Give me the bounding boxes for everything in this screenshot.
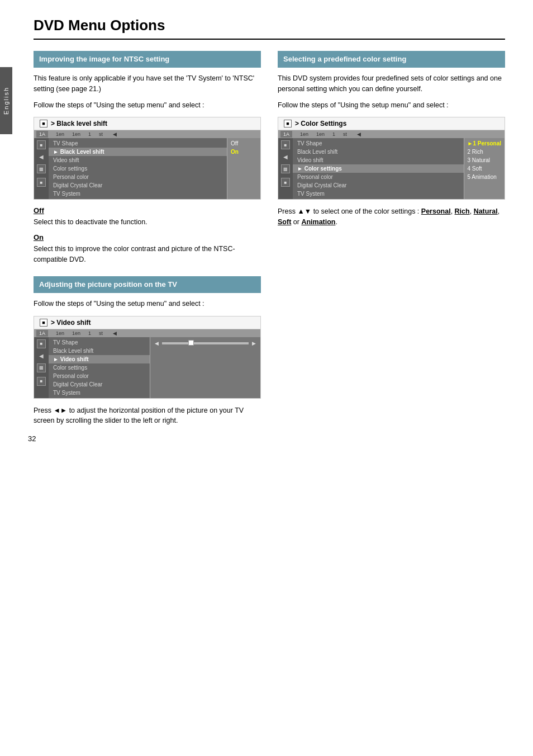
menu-content3: ■ ◀ ▩ ■ TV Shape Black Level shift Video… <box>278 138 505 199</box>
menu-item3-colorsettings: ► Color settings <box>293 164 464 173</box>
black-level-menu-mockup: ■ > Black level shift 1A 1en 1en 1 st ◀ … <box>34 117 261 200</box>
icon-lock3: ■ <box>281 178 290 187</box>
page-title: DVD Menu Options <box>34 17 505 40</box>
menu-title-text3: > Color Settings <box>295 120 346 127</box>
color-body2: Follow the steps of "Using the setup men… <box>278 100 505 111</box>
menu-left-icons3: ■ ◀ ▩ ■ <box>278 138 293 199</box>
page-number: 32 <box>28 434 36 443</box>
videoshift-body: Follow the steps of "Using the setup men… <box>34 299 261 309</box>
menu-item2-videoshift: ► Video shift <box>49 355 150 363</box>
submenu-off: Off <box>227 139 260 148</box>
menu-item-videoshift: Video shift <box>49 156 227 164</box>
press-text-prefix: Press ▲▼ to select one of the color sett… <box>278 207 421 215</box>
menu-list: TV Shape ► Black Level shift Video shift… <box>49 138 227 199</box>
nav-item2: 1en <box>72 131 80 137</box>
menu-item3-tvsystem: TV System <box>293 190 464 198</box>
setting-soft: Soft <box>278 218 291 226</box>
menu-item2-dcc: Digital Crystal Clear <box>49 380 150 389</box>
period: . <box>335 218 337 226</box>
menu-item-colorsettings: Color settings <box>49 164 227 173</box>
nav-tab3: 1A <box>280 131 292 138</box>
menu-item2-personalcolor: Personal color <box>49 372 150 380</box>
nav-item3-4: st <box>343 131 347 137</box>
icon-arrow-left: ◀ <box>39 154 44 160</box>
icon-arrow-left3: ◀ <box>283 154 288 160</box>
slider-left-arrow: ◀ <box>155 341 159 346</box>
icon-person: ■ <box>37 140 46 149</box>
menu-item2-tvshape: TV Shape <box>49 338 150 347</box>
nav-arrow2: ◀ <box>113 330 117 336</box>
nav-item2-3: 1 <box>88 330 91 336</box>
menu-item-tvshape: TV Shape <box>49 139 227 148</box>
ntsc-body1: This feature is only applicable if you h… <box>34 73 261 94</box>
nav-arrow3: ◀ <box>357 131 361 137</box>
menu-nav-bar3: 1A 1en 1en 1 st ◀ <box>278 130 505 138</box>
setting-personal: Personal <box>421 207 451 215</box>
icon-lock: ■ <box>37 178 46 187</box>
color-body1: This DVD system provides four predefined… <box>278 73 505 94</box>
icon-arrow-left2: ◀ <box>39 353 44 359</box>
menu-item3-personalcolor: Personal color <box>293 173 464 181</box>
menu-item2-tvsystem: TV System <box>49 389 150 397</box>
section-color-header: Selecting a predefined color setting <box>278 51 505 68</box>
menu-item3-blacklevel: Black Level shift <box>293 148 464 156</box>
color-settings-menu-mockup: ■ > Color Settings 1A 1en 1en 1 st ◀ ■ ◀… <box>278 117 505 200</box>
submenu-personal: ►1 Personal <box>464 139 505 148</box>
menu-item3-tvshape: TV Shape <box>293 139 464 148</box>
left-column: Improving the image for NTSC setting Thi… <box>34 51 261 432</box>
setting-animation: Animation <box>301 218 335 226</box>
menu-submenu3: ►1 Personal 2 Rich 3 Natural 4 Soft 5 An… <box>464 138 505 199</box>
menu-icon: ■ <box>40 120 47 127</box>
on-desc: Select this to improve the color contras… <box>34 244 261 265</box>
right-column: Selecting a predefined color setting Thi… <box>278 51 505 432</box>
sep1: , <box>451 207 455 215</box>
setting-natural: Natural <box>474 207 498 215</box>
menu-content: ■ ◀ ▩ ■ TV Shape ► Black Level shift Vid… <box>34 138 260 199</box>
menu-list3: TV Shape Black Level shift Video shift ►… <box>293 138 464 199</box>
nav-item4: st <box>99 131 103 137</box>
submenu-natural: 3 Natural <box>464 156 505 164</box>
menu-submenu: Off On <box>227 138 260 199</box>
video-shift-slider-container: ◀ ▶ <box>150 337 260 398</box>
menu-item3-videoshift: Video shift <box>293 156 464 164</box>
nav-item3: 1 <box>88 131 91 137</box>
bottom-section: Adjusting the picture position on the TV… <box>34 276 261 426</box>
nav-item3-1: 1en <box>300 131 308 137</box>
slider-thumb <box>188 340 194 346</box>
menu-title-text2: > Video shift <box>51 319 91 327</box>
icon-lock2: ■ <box>37 377 46 386</box>
slider-row: ◀ ▶ <box>155 341 256 346</box>
nav-item3-2: 1en <box>316 131 325 137</box>
sep2: , <box>470 207 474 215</box>
menu-nav-bar2: 1A 1en 1en 1 st ◀ <box>34 329 260 337</box>
nav-item2-2: 1en <box>72 330 80 336</box>
menu-icon3: ■ <box>284 120 292 127</box>
section-ntsc-header: Improving the image for NTSC setting <box>34 51 261 68</box>
videoshift-press-text: Press ◄► to adjust the horizontal positi… <box>34 405 261 427</box>
nav-item2-4: st <box>99 330 103 336</box>
menu-item-blacklevel: ► Black Level shift <box>49 148 227 156</box>
setting-rich: Rich <box>455 207 470 215</box>
nav-item2-1: 1en <box>56 330 64 336</box>
nav-tab: 1A <box>36 131 48 138</box>
video-shift-menu-mockup: ■ > Video shift 1A 1en 1en 1 st ◀ ■ <box>34 316 261 399</box>
menu-item3-dcc: Digital Crystal Clear <box>293 181 464 190</box>
nav-item3-3: 1 <box>332 131 335 137</box>
menu-content2: ■ ◀ ▩ ■ TV Shape Black Level shift ► Vid… <box>34 337 260 398</box>
menu-title-text: > Black level shift <box>51 120 107 127</box>
submenu-on: On <box>227 148 260 156</box>
menu-item-personalcolor: Personal color <box>49 173 227 181</box>
icon-speaker3: ▩ <box>281 164 290 173</box>
menu-item2-blacklevel: Black Level shift <box>49 347 150 355</box>
icon-speaker: ▩ <box>37 164 46 173</box>
menu-item-tvsystem: TV System <box>49 190 227 198</box>
menu-item-dcc: Digital Crystal Clear <box>49 181 227 190</box>
menu-left-icons2: ■ ◀ ▩ ■ <box>34 337 49 398</box>
slider-track <box>162 342 249 344</box>
off-label: Off <box>34 206 261 215</box>
submenu-animation: 5 Animation <box>464 173 505 181</box>
section-videoshift-header: Adjusting the picture position on the TV <box>34 276 261 293</box>
slider-right-arrow: ▶ <box>252 341 256 346</box>
menu-nav-bar: 1A 1en 1en 1 st ◀ <box>34 130 260 138</box>
icon-speaker2: ▩ <box>37 363 46 372</box>
